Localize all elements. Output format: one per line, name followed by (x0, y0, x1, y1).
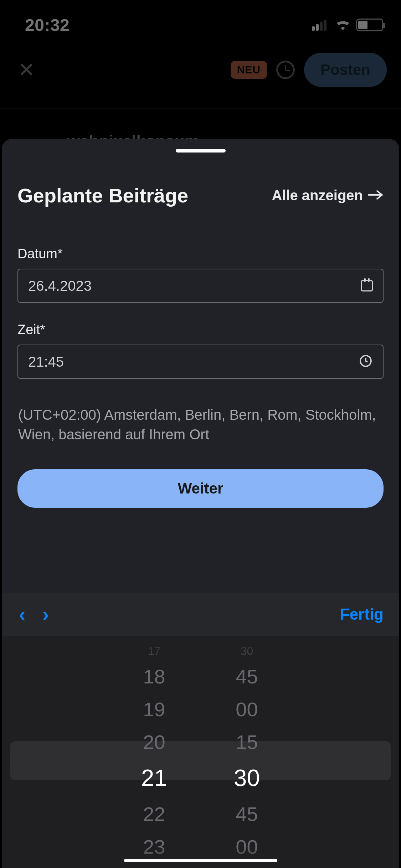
wifi-icon (335, 18, 351, 32)
post-button[interactable]: Posten (304, 53, 387, 87)
picker-minute: 00 (227, 698, 267, 721)
picker-hour: 19 (135, 698, 174, 721)
picker-row[interactable]: 1845 (2, 660, 399, 693)
battery-icon (356, 19, 383, 31)
picker-hour: 17 (135, 645, 174, 658)
picker-minute: 45 (227, 665, 267, 688)
picker-row[interactable]: 2015 (2, 725, 399, 758)
picker-done-button[interactable]: Fertig (340, 605, 384, 623)
picker-minute: 30 (227, 764, 267, 791)
picker-row[interactable]: 1730 (2, 642, 399, 660)
time-label: Zeit* (17, 322, 384, 337)
status-time: 20:32 (25, 15, 70, 35)
picker-row[interactable]: 1900 (2, 693, 399, 725)
show-all-button[interactable]: Alle anzeigen (272, 187, 384, 203)
date-label: Datum* (17, 246, 384, 262)
timezone-text: (UTC+02:00) Amsterdam, Berlin, Bern, Rom… (2, 398, 399, 469)
picker-hour: 22 (135, 802, 174, 826)
time-value: 21:45 (28, 354, 64, 370)
new-badge: NEU (231, 61, 267, 79)
show-all-label: Alle anzeigen (272, 187, 363, 203)
status-icons (312, 18, 383, 32)
schedule-sheet: Geplante Beiträge Alle anzeigen Datum* 2… (2, 139, 399, 868)
time-picker-panel: ‹ › Fertig 17301845190020152130224523000… (2, 593, 399, 868)
picker-minute: 00 (227, 835, 267, 858)
picker-minute: 45 (227, 802, 267, 826)
calendar-icon (361, 280, 373, 291)
close-button[interactable]: ✕ (14, 58, 39, 82)
picker-hour: 18 (135, 665, 174, 688)
clock-icon (276, 61, 295, 79)
date-input[interactable]: 26.4.2023 (17, 269, 384, 303)
picker-hour: 23 (135, 835, 174, 858)
picker-minute: 15 (227, 730, 267, 754)
picker-row[interactable]: 2130 (2, 758, 399, 797)
clock-icon (359, 354, 373, 370)
picker-hour: 21 (135, 764, 174, 791)
schedule-icon-button[interactable] (276, 60, 295, 80)
picker-row[interactable]: 2245 (2, 797, 399, 830)
picker-row[interactable]: 0015 (2, 863, 399, 868)
home-indicator[interactable] (124, 859, 277, 862)
picker-prev-button[interactable]: ‹ (17, 603, 27, 625)
picker-hour: 20 (135, 730, 174, 754)
cellular-signal-icon (312, 19, 330, 31)
time-input[interactable]: 21:45 (17, 345, 384, 379)
time-picker-wheels[interactable]: 173018451900201521302245230000150130 (2, 636, 399, 868)
sheet-grabber[interactable] (176, 149, 226, 153)
picker-next-button[interactable]: › (41, 603, 50, 625)
continue-button[interactable]: Weiter (17, 469, 384, 508)
arrow-right-icon (368, 187, 384, 203)
picker-minute: 30 (227, 645, 267, 658)
picker-row[interactable]: 2300 (2, 830, 399, 863)
date-value: 26.4.2023 (28, 278, 92, 294)
sheet-title: Geplante Beiträge (17, 184, 188, 207)
